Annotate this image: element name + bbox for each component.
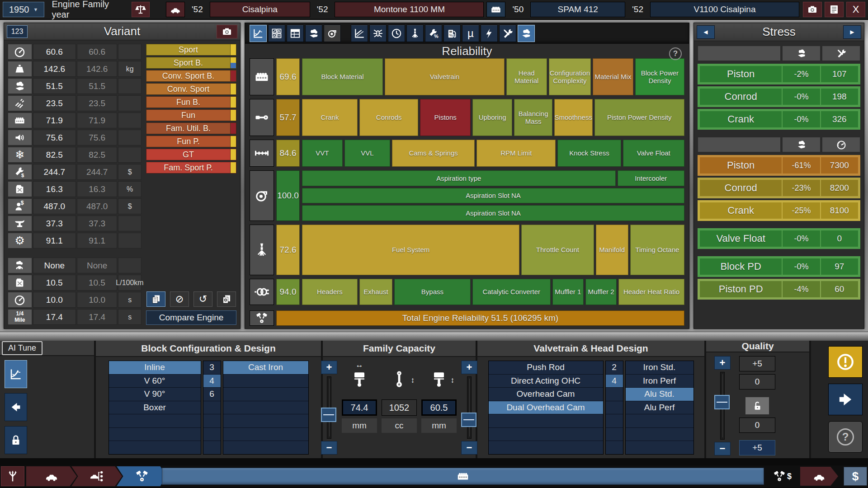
stroke-decrease-button[interactable]: −: [461, 441, 477, 455]
head-material-option-alu-perf[interactable]: Alu Perf: [626, 401, 693, 415]
quality-slider-track[interactable]: [720, 372, 725, 440]
bore-value-input[interactable]: 74.4: [342, 399, 377, 416]
project-tab-v1100-cisalpina[interactable]: V1100 Cisalpina: [650, 2, 799, 17]
market-target-fun[interactable]: Fun: [146, 109, 236, 121]
toolbar-tools-button[interactable]: [499, 25, 516, 42]
close-button[interactable]: X: [846, 2, 865, 17]
car-project-button[interactable]: [800, 467, 838, 486]
numbers-badge-button[interactable]: 123: [7, 25, 28, 38]
reliability-segment-valvetrain: Valvetrain: [385, 58, 505, 95]
quality-decrease-button[interactable]: −: [714, 442, 731, 455]
quality-max-delta-2[interactable]: +5: [739, 440, 775, 455]
head-material-option-alu-std[interactable]: Alu Std.: [626, 388, 693, 401]
clone-family-button[interactable]: [217, 291, 236, 307]
cylinder-count-option-4[interactable]: 4: [203, 375, 221, 388]
toolbar-clock-gauge-button[interactable]: [388, 25, 405, 42]
screenshot-button[interactable]: [803, 2, 822, 17]
project-type-engine-button[interactable]: [486, 2, 505, 17]
market-target-fam-util-b[interactable]: Fam. Util. B.: [146, 122, 236, 134]
market-target-sport[interactable]: Sport: [146, 44, 236, 56]
car-body-step-button[interactable]: [26, 466, 77, 486]
market-target-fun-b[interactable]: Fun B.: [146, 96, 236, 108]
block-type-option-boxer[interactable]: Boxer: [109, 401, 201, 415]
valve-count-option-4[interactable]: 4: [606, 375, 623, 388]
toolbar-cloud-hand-button[interactable]: [305, 25, 322, 42]
edge-segment: [231, 162, 236, 173]
stress-row-valve-float: Valve Float-0%0: [698, 228, 860, 249]
stat-icon-cell: [8, 258, 32, 273]
toolbar-valve-fly-button[interactable]: [369, 25, 387, 42]
project-tab-cisalpina[interactable]: Cisalpina: [210, 2, 310, 17]
toolbar-dyno-graph-button[interactable]: [351, 25, 368, 42]
lock-family-button[interactable]: [5, 426, 27, 454]
block-type-option-inline[interactable]: Inline: [109, 361, 201, 375]
stroke-slider-handle[interactable]: [461, 413, 476, 427]
head-material-option-iron-std[interactable]: Iron Std.: [626, 361, 693, 375]
market-target-fam-sport-p[interactable]: Fam. Sport P.: [146, 162, 236, 174]
project-type-car-button[interactable]: [166, 2, 185, 17]
engine-family-step-button[interactable]: [117, 466, 167, 486]
toolbar-cloud-hand-button[interactable]: [518, 25, 535, 42]
next-panel-button[interactable]: ►: [843, 25, 861, 39]
capacity-value[interactable]: 1052: [382, 399, 417, 416]
valve-count-option-2[interactable]: 2: [606, 361, 623, 375]
project-tab-montone-1100-mm[interactable]: Montone 1100 MM: [335, 2, 484, 17]
back-button[interactable]: [5, 393, 27, 421]
compare-engine-button[interactable]: Compare Engine: [146, 310, 236, 325]
quality-lock-button[interactable]: [745, 397, 769, 415]
valvetrain-type-option-dual-overhead-cam[interactable]: Dual Overhead Cam: [489, 401, 603, 415]
quality-slider-handle[interactable]: [714, 395, 730, 409]
market-target-gt[interactable]: GT: [146, 149, 236, 160]
photo-button[interactable]: [217, 25, 237, 38]
project-tab-spam-412[interactable]: SPAM 412: [530, 2, 625, 17]
markets-money-button[interactable]: $: [844, 467, 867, 486]
stat-icon-cell: [8, 216, 32, 231]
ai-tune-button[interactable]: AI Tune: [2, 341, 42, 355]
delete-variant-button[interactable]: ⊘: [170, 291, 189, 307]
stroke-value-input[interactable]: 60.5: [421, 399, 457, 416]
valvetrain-type-option-direct-acting-ohc[interactable]: Direct Acting OHC: [489, 375, 603, 388]
toolbar-ignition-button[interactable]: [481, 25, 498, 42]
toolbar-friction-mu-button[interactable]: µ: [462, 25, 479, 42]
warning-button[interactable]: [828, 346, 863, 378]
block-type-option-v-60[interactable]: V 60°: [109, 375, 201, 388]
quality-increase-button[interactable]: +: [714, 356, 731, 370]
revert-button[interactable]: ↺: [193, 291, 212, 307]
toolbar-turbo-button[interactable]: [324, 25, 341, 42]
toolbar-multi-graph-button[interactable]: [268, 25, 285, 42]
drivetrain-step-button[interactable]: [1, 466, 24, 486]
cylinder-count-option-6[interactable]: 6: [203, 388, 221, 401]
car-trim-step-button[interactable]: [71, 466, 122, 486]
notes-button[interactable]: [825, 2, 844, 17]
market-target-conv-sport[interactable]: Conv. Sport: [146, 83, 236, 95]
cylinder-count-option-3[interactable]: 3: [203, 361, 221, 375]
block-material-option-cast-iron[interactable]: Cast Iron: [223, 361, 308, 375]
stroke-increase-button[interactable]: +: [461, 361, 477, 374]
toolbar-service-percent-button[interactable]: [425, 25, 442, 42]
duplicate-variant-button[interactable]: [146, 291, 165, 307]
bore-slider-handle[interactable]: [321, 408, 336, 422]
valvetrain-type-option-push-rod[interactable]: Push Rod: [489, 361, 603, 375]
toolbar-fuel-pump-button[interactable]: [443, 25, 461, 42]
ai-tune-graphs-button[interactable]: [5, 360, 27, 388]
balance-scale-button[interactable]: [132, 2, 150, 17]
toolbar-table-button[interactable]: [287, 25, 304, 42]
bore-decrease-button[interactable]: −: [321, 441, 337, 455]
market-target-conv-sport-b[interactable]: Conv. Sport B.: [146, 70, 236, 82]
market-target-sport-b[interactable]: Sport B.: [146, 57, 236, 69]
toolbar-graph-button[interactable]: [250, 25, 267, 42]
valvetrain-type-option-overhead-cam[interactable]: Overhead Cam: [489, 388, 603, 401]
block-type-option-v-90[interactable]: V 90°: [109, 388, 201, 401]
toolbar-fuel-spray-button[interactable]: [406, 25, 424, 42]
year-selector[interactable]: 1950 ▼: [3, 2, 44, 17]
bore-increase-button[interactable]: +: [321, 361, 337, 374]
market-target-fun-p[interactable]: Fun P.: [146, 136, 236, 147]
next-step-button[interactable]: [828, 384, 863, 415]
bore-slider-track[interactable]: [327, 376, 331, 439]
help-button[interactable]: ?: [669, 47, 682, 60]
prev-panel-button[interactable]: ◄: [697, 25, 715, 39]
help-button[interactable]: ?: [828, 421, 863, 453]
stroke-slider-track[interactable]: [467, 376, 472, 439]
edge-segment: [231, 97, 236, 108]
head-material-option-iron-perf[interactable]: Iron Perf: [626, 375, 693, 388]
